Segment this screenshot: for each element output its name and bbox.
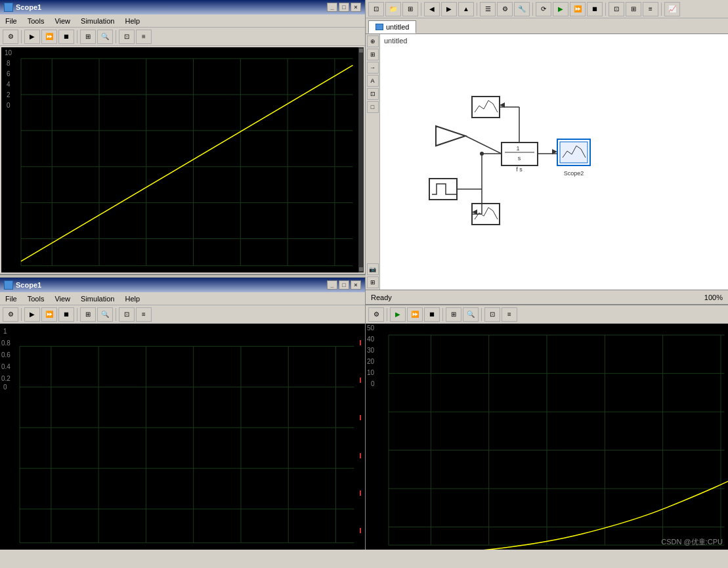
scope2-plot: 50 40 30 20 10 0	[366, 324, 728, 550]
sim-nav-fwd[interactable]: ▶	[441, 2, 457, 16]
scope1-play-btn[interactable]: ▶	[24, 30, 40, 44]
left-tool-8[interactable]: ⊞	[367, 276, 379, 288]
scope2-layout-btn[interactable]: ⊞	[446, 307, 461, 322]
scope-bottom-minimize[interactable]: _	[327, 280, 337, 290]
zoom-level: 100%	[704, 294, 723, 301]
scope1-icon	[4, 3, 13, 12]
scope1-tools-menu[interactable]: Tools	[25, 16, 47, 26]
left-tool-4[interactable]: A	[367, 75, 379, 87]
sim-library-btn[interactable]: ☰	[480, 2, 496, 16]
svg-text:6: 6	[7, 70, 11, 77]
scope2-zoom-btn[interactable]: 🔍	[463, 307, 479, 322]
left-tool-6[interactable]: □	[367, 101, 379, 113]
left-tool-3[interactable]: →	[367, 62, 379, 74]
scope-b-play-btn[interactable]: ▶	[24, 307, 40, 322]
scope1-minimize[interactable]: _	[327, 3, 337, 12]
scope1-file-menu[interactable]: File	[3, 16, 20, 26]
simulink-top-toolbar: ⊡ 📁 ⊞ ◀ ▶ ▲ ☰ ⚙ 🔧 ⟳ ▶ ⏩ ⏹ ⊡ ⊞ ≡	[366, 0, 728, 18]
svg-line-54	[465, 136, 502, 154]
scope1-toolbar: ⚙ ▶ ⏩ ⏹ ⊞ 🔍 ⊡ ≡	[0, 28, 365, 46]
scope-b-simulation-menu[interactable]: Simulation	[78, 294, 117, 303]
sim-zoom-btn[interactable]: ⊡	[609, 2, 624, 16]
simulink-canvas[interactable]: untitled 1 s f s	[380, 34, 728, 290]
scope2-window: ⚙ ▶ ⏩ ⏹ ⊞ 🔍 ⊡ ≡	[366, 305, 728, 550]
scope-bottom-close[interactable]: ×	[351, 280, 361, 290]
sim-options-btn[interactable]: ≡	[643, 2, 658, 16]
scope1-layout-btn[interactable]: ⊞	[80, 30, 96, 44]
sim-debug-btn[interactable]: 🔧	[514, 2, 530, 16]
svg-text:8: 8	[7, 60, 11, 67]
svg-text:0: 0	[7, 102, 11, 109]
scope-b-view-menu[interactable]: View	[52, 294, 73, 303]
svg-rect-52	[429, 179, 457, 200]
scope-b-step-btn[interactable]: ⏩	[41, 307, 57, 322]
scope-b-zoom-btn[interactable]: 🔍	[97, 307, 113, 322]
scope-bottom-maximize[interactable]: □	[339, 280, 349, 290]
scope1-step-btn[interactable]: ⏩	[41, 30, 57, 44]
sim-nav-up[interactable]: ▲	[458, 2, 474, 16]
scope1-zoom-btn[interactable]: 🔍	[97, 30, 113, 44]
scope-b-legend-btn[interactable]: ≡	[136, 307, 152, 322]
sim-fast-restart-btn[interactable]: ⟳	[536, 2, 551, 16]
scope1-title: Scope1	[16, 3, 41, 11]
scope2-autoscale-btn[interactable]: ⊡	[484, 307, 500, 322]
scope-b-settings-btn[interactable]: ⚙	[3, 307, 18, 322]
scope-bottom-left: Scope1 _ □ × File Tools View Simulation …	[0, 278, 366, 550]
scope2-settings-btn[interactable]: ⚙	[368, 307, 384, 322]
scope-b-file-menu[interactable]: File	[3, 294, 20, 303]
left-tool-7[interactable]: 📷	[367, 263, 379, 275]
scope1-view-menu[interactable]: View	[52, 16, 73, 26]
sim-toolbar-btn1[interactable]: ⊡	[368, 2, 384, 16]
scope1-simulation-menu[interactable]: Simulation	[78, 16, 117, 26]
scope-bottom-canvas: 1 0.8 0.6 0.4 0.2 0	[0, 324, 365, 550]
svg-text:0.2: 0.2	[1, 375, 11, 382]
svg-text:40: 40	[367, 336, 375, 343]
left-tool-5[interactable]: ⊡	[367, 88, 379, 100]
svg-text:20: 20	[367, 358, 375, 365]
scope2-stop-btn[interactable]: ⏹	[424, 307, 440, 322]
scope2-step-btn[interactable]: ⏩	[407, 307, 423, 322]
scope1-help-menu[interactable]: Help	[122, 16, 142, 26]
scope-b-help-menu[interactable]: Help	[122, 294, 142, 303]
scope1-close[interactable]: ×	[351, 3, 361, 12]
sim-autoscale-btn[interactable]: ⊞	[626, 2, 641, 16]
svg-text:f s: f s	[516, 166, 523, 173]
scope1-canvas-wrapper: 10 8 6 4 2 0	[0, 46, 365, 274]
sim-play-btn[interactable]: ▶	[553, 2, 568, 16]
left-tool-2[interactable]: ⊞	[367, 49, 379, 60]
scope1-legend-btn[interactable]: ≡	[136, 30, 152, 44]
scope1-controls: _ □ ×	[327, 3, 361, 12]
simulink-tab[interactable]: untitled	[368, 20, 416, 33]
left-tool-1[interactable]: ⊕	[367, 35, 379, 47]
scope2-legend-btn[interactable]: ≡	[502, 307, 517, 322]
scope2-play-btn[interactable]: ▶	[390, 307, 406, 322]
simulink-diagram: 1 s f s Scope2	[380, 34, 728, 290]
scope1-canvas: 10 8 6 4 2 0	[1, 47, 364, 273]
svg-text:2: 2	[7, 91, 11, 98]
scope1-autoscale-btn[interactable]: ⊡	[119, 30, 135, 44]
scope-b-tools-menu[interactable]: Tools	[25, 294, 47, 303]
scope-b-autoscale-btn[interactable]: ⊡	[119, 307, 135, 322]
sim-plot-btn[interactable]: 📈	[664, 2, 680, 16]
svg-text:30: 30	[367, 347, 375, 354]
scope-b-stop-btn[interactable]: ⏹	[58, 307, 74, 322]
sim-nav-back[interactable]: ◀	[424, 2, 440, 16]
sim-settings-btn[interactable]: ⚙	[497, 2, 513, 16]
sim-step-btn[interactable]: ⏩	[570, 2, 586, 16]
scope1-plot: 10 8 6 4 2 0	[1, 47, 364, 273]
svg-marker-51	[436, 126, 465, 146]
svg-text:10: 10	[5, 49, 12, 56]
scope-bottom-icon	[4, 280, 13, 290]
scope1-maximize[interactable]: □	[339, 3, 349, 12]
svg-text:4: 4	[7, 81, 11, 88]
sim-toolbar-btn3[interactable]: ⊞	[402, 2, 418, 16]
scope-b-layout-btn[interactable]: ⊞	[80, 307, 96, 322]
sim-toolbar-btn2[interactable]: 📁	[385, 2, 401, 16]
scope1-stop-btn[interactable]: ⏹	[58, 30, 74, 44]
scope1-settings-btn[interactable]: ⚙	[3, 30, 18, 44]
svg-text:s: s	[518, 155, 521, 162]
svg-text:1: 1	[3, 328, 7, 335]
sim-stop-btn[interactable]: ⏹	[587, 2, 603, 16]
simulink-tabbar: untitled	[366, 18, 728, 34]
svg-text:1: 1	[516, 145, 519, 152]
